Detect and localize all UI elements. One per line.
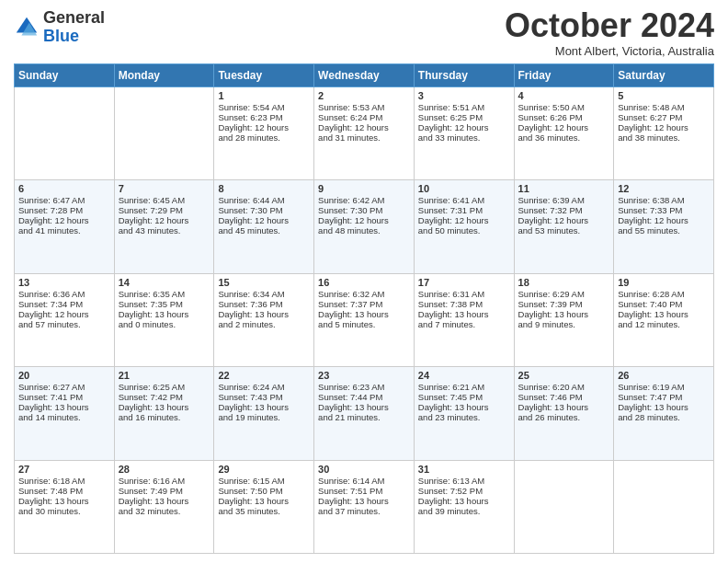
calendar-cell: 21Sunrise: 6:25 AMSunset: 7:42 PMDayligh…: [114, 367, 214, 460]
calendar-cell: 2Sunrise: 5:53 AMSunset: 6:24 PMDaylight…: [314, 87, 415, 180]
calendar-table: SundayMondayTuesdayWednesdayThursdayFrid…: [14, 63, 714, 554]
day-number: 13: [18, 277, 110, 288]
cell-line: Sunrise: 6:34 AM: [218, 289, 310, 299]
calendar-cell: 10Sunrise: 6:41 AMSunset: 7:31 PMDayligh…: [414, 180, 514, 273]
cell-line: and 30 minutes.: [18, 506, 110, 516]
cell-line: Sunset: 6:27 PM: [618, 112, 710, 122]
cell-line: and 5 minutes.: [318, 319, 410, 329]
day-number: 8: [218, 183, 310, 194]
weekday-header-wednesday: Wednesday: [314, 64, 415, 87]
calendar-cell: 4Sunrise: 5:50 AMSunset: 6:26 PMDaylight…: [514, 87, 614, 180]
month-title: October 2024: [505, 9, 714, 42]
calendar-cell: [15, 87, 115, 180]
calendar-cell: 27Sunrise: 6:18 AMSunset: 7:48 PMDayligh…: [15, 460, 115, 553]
cell-line: Daylight: 12 hours: [618, 122, 710, 132]
cell-line: Sunrise: 6:36 AM: [18, 289, 110, 299]
day-number: 1: [218, 90, 310, 101]
cell-line: Sunrise: 6:44 AM: [218, 195, 310, 205]
cell-line: Daylight: 12 hours: [218, 122, 310, 132]
cell-line: Daylight: 13 hours: [218, 402, 310, 412]
title-block: October 2024 Mont Albert, Victoria, Aust…: [505, 9, 714, 58]
cell-line: Sunrise: 6:38 AM: [618, 195, 710, 205]
cell-line: and 45 minutes.: [218, 225, 310, 236]
calendar-cell: 15Sunrise: 6:34 AMSunset: 7:36 PMDayligh…: [214, 273, 314, 366]
cell-line: Daylight: 13 hours: [119, 402, 210, 412]
calendar-cell: 12Sunrise: 6:38 AMSunset: 7:33 PMDayligh…: [614, 180, 714, 273]
cell-line: Sunrise: 6:42 AM: [318, 195, 410, 205]
cell-line: Daylight: 12 hours: [518, 215, 610, 225]
day-number: 25: [518, 370, 610, 381]
cell-line: and 32 minutes.: [119, 506, 210, 516]
cell-line: Sunrise: 6:25 AM: [119, 382, 210, 392]
cell-line: Sunset: 7:48 PM: [18, 486, 110, 496]
cell-line: Sunset: 7:45 PM: [418, 392, 510, 402]
calendar-cell: 3Sunrise: 5:51 AMSunset: 6:25 PMDaylight…: [414, 87, 514, 180]
cell-line: Sunrise: 6:47 AM: [18, 195, 110, 205]
cell-line: and 37 minutes.: [318, 506, 410, 516]
cell-line: and 21 minutes.: [318, 412, 410, 422]
calendar-cell: 6Sunrise: 6:47 AMSunset: 7:28 PMDaylight…: [15, 180, 115, 273]
day-number: 16: [318, 277, 410, 288]
day-number: 29: [218, 464, 310, 475]
cell-line: Sunset: 7:39 PM: [518, 299, 610, 309]
calendar-cell: 7Sunrise: 6:45 AMSunset: 7:29 PMDaylight…: [114, 180, 214, 273]
cell-line: and 48 minutes.: [318, 225, 410, 236]
cell-line: and 12 minutes.: [618, 319, 710, 329]
cell-line: Sunset: 6:23 PM: [218, 112, 310, 122]
cell-line: Sunset: 6:24 PM: [318, 112, 410, 122]
calendar-cell: 5Sunrise: 5:48 AMSunset: 6:27 PMDaylight…: [614, 87, 714, 180]
day-number: 23: [318, 370, 410, 381]
cell-line: and 26 minutes.: [518, 412, 610, 422]
cell-line: and 23 minutes.: [418, 412, 510, 422]
cell-line: Daylight: 12 hours: [618, 215, 710, 225]
cell-line: Sunrise: 6:28 AM: [618, 289, 710, 299]
day-number: 7: [119, 183, 210, 194]
day-number: 21: [119, 370, 210, 381]
day-number: 31: [418, 464, 510, 475]
cell-line: Sunset: 7:38 PM: [418, 299, 510, 309]
day-number: 20: [18, 370, 110, 381]
calendar-week-row: 1Sunrise: 5:54 AMSunset: 6:23 PMDaylight…: [15, 87, 714, 180]
cell-line: Sunrise: 6:32 AM: [318, 289, 410, 299]
page: General Blue October 2024 Mont Albert, V…: [0, 0, 728, 563]
logo-blue: Blue: [43, 27, 79, 45]
cell-line: and 0 minutes.: [119, 319, 210, 329]
cell-line: Sunrise: 6:19 AM: [618, 382, 710, 392]
cell-line: Sunrise: 6:21 AM: [418, 382, 510, 392]
day-number: 17: [418, 277, 510, 288]
cell-line: and 28 minutes.: [218, 132, 310, 143]
cell-line: Sunrise: 6:14 AM: [318, 476, 410, 486]
calendar-cell: 18Sunrise: 6:29 AMSunset: 7:39 PMDayligh…: [514, 273, 614, 366]
cell-line: Daylight: 13 hours: [18, 496, 110, 506]
calendar-cell: 22Sunrise: 6:24 AMSunset: 7:43 PMDayligh…: [214, 367, 314, 460]
weekday-header-tuesday: Tuesday: [214, 64, 314, 87]
cell-line: Sunset: 7:40 PM: [618, 299, 710, 309]
calendar-cell: 28Sunrise: 6:16 AMSunset: 7:49 PMDayligh…: [114, 460, 214, 553]
cell-line: Sunrise: 6:20 AM: [518, 382, 610, 392]
cell-line: Daylight: 13 hours: [618, 402, 710, 412]
cell-line: Daylight: 13 hours: [218, 309, 310, 319]
calendar-week-row: 20Sunrise: 6:27 AMSunset: 7:41 PMDayligh…: [15, 367, 714, 460]
cell-line: Daylight: 13 hours: [119, 496, 210, 506]
calendar-cell: 14Sunrise: 6:35 AMSunset: 7:35 PMDayligh…: [114, 273, 214, 366]
cell-line: Sunrise: 5:54 AM: [218, 102, 310, 112]
cell-line: Sunset: 6:26 PM: [518, 112, 610, 122]
weekday-header-sunday: Sunday: [15, 64, 115, 87]
cell-line: Daylight: 12 hours: [119, 215, 210, 225]
cell-line: and 53 minutes.: [518, 225, 610, 236]
cell-line: and 43 minutes.: [119, 225, 210, 236]
logo-icon: [14, 15, 40, 40]
cell-line: Daylight: 12 hours: [18, 215, 110, 225]
cell-line: Sunset: 7:29 PM: [119, 205, 210, 215]
calendar-week-row: 13Sunrise: 6:36 AMSunset: 7:34 PMDayligh…: [15, 273, 714, 366]
calendar-cell: 19Sunrise: 6:28 AMSunset: 7:40 PMDayligh…: [614, 273, 714, 366]
header: General Blue October 2024 Mont Albert, V…: [14, 9, 714, 58]
calendar-cell: 13Sunrise: 6:36 AMSunset: 7:34 PMDayligh…: [15, 273, 115, 366]
cell-line: Daylight: 13 hours: [119, 309, 210, 319]
cell-line: and 2 minutes.: [218, 319, 310, 329]
cell-line: Sunset: 7:37 PM: [318, 299, 410, 309]
weekday-header-monday: Monday: [114, 64, 214, 87]
cell-line: Daylight: 12 hours: [18, 309, 110, 319]
cell-line: Daylight: 12 hours: [218, 215, 310, 225]
day-number: 30: [318, 464, 410, 475]
